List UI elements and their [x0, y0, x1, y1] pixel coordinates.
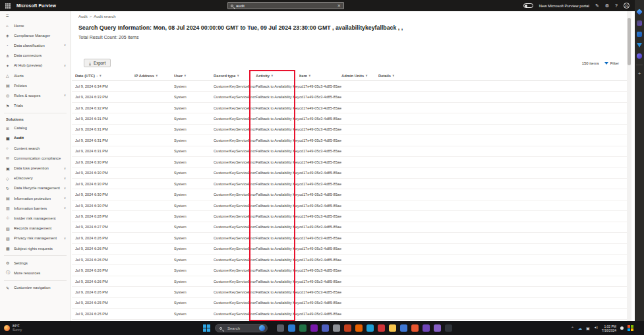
table-row[interactable]: Jul 9, 2024 6:34 PMSystemCustomerKeyServ…	[72, 81, 627, 92]
tray-chevron-icon[interactable]: ⌃	[571, 326, 574, 330]
table-row[interactable]: Jul 9, 2024 6:26 PMSystemCustomerKeyServ…	[72, 244, 627, 255]
sidebar-item-trials[interactable]: ⚑Trials	[0, 101, 71, 111]
volume-icon[interactable]: ◄)	[594, 326, 598, 330]
table-row[interactable]: Jul 9, 2024 6:31 PMSystemCustomerKeyServ…	[72, 146, 627, 157]
table-row[interactable]: Jul 9, 2024 6:31 PMSystemCustomerKeyServ…	[72, 135, 627, 146]
taskbar-search[interactable]: Search	[215, 324, 268, 332]
red-app-icon[interactable]	[378, 324, 385, 332]
account-avatar[interactable]: D	[624, 3, 629, 9]
page-scrollbar[interactable]	[627, 11, 631, 321]
column-header-ip[interactable]: IP Address∨	[134, 74, 174, 78]
powerpoint-icon[interactable]	[344, 324, 351, 332]
column-header-user[interactable]: User∨	[174, 74, 214, 78]
table-row[interactable]: Jul 9, 2024 6:27 PMSystemCustomerKeyServ…	[72, 222, 627, 233]
copilot-icon[interactable]	[636, 9, 643, 15]
sidebar-item-more-resources[interactable]: ⓘMore resources	[0, 268, 71, 278]
sidebar-item-records-management[interactable]: ▧Records management	[0, 224, 71, 233]
folder-icon[interactable]	[389, 324, 396, 332]
taskbar-clock[interactable]: 1:02 PM 7/16/2024	[602, 324, 616, 332]
table-row[interactable]: Jul 9, 2024 6:25 PMSystemCustomerKeyServ…	[72, 309, 627, 319]
table-row[interactable]: Jul 9, 2024 6:30 PMSystemCustomerKeyServ…	[72, 189, 627, 200]
table-row[interactable]: Jul 9, 2024 6:25 PMSystemCustomerKeyServ…	[72, 298, 627, 309]
visual-studio-icon[interactable]	[434, 324, 441, 332]
sidebar-item-catalog[interactable]: ⊞Catalog	[0, 123, 71, 133]
column-header-activity[interactable]: Activity∨	[256, 74, 299, 78]
sidebar-item-settings[interactable]: ⚙Settings	[0, 258, 71, 268]
export-button[interactable]: ↓ Export	[84, 59, 111, 67]
sidebar-item-data-classification[interactable]: ◔Data classification∨	[0, 40, 71, 50]
table-row[interactable]: Jul 9, 2024 6:31 PMSystemCustomerKeyServ…	[72, 125, 627, 135]
sidebar-item-information-protection[interactable]: ▤Information protection∨	[0, 193, 71, 203]
table-row[interactable]: Jul 9, 2024 6:30 PMSystemCustomerKeyServ…	[72, 179, 627, 189]
sidebar-item-communication-compliance[interactable]: ✉Communication compliance	[0, 153, 71, 163]
column-header-record_type[interactable]: Record type∨	[214, 74, 256, 78]
orange-ball-icon[interactable]	[411, 324, 419, 332]
breadcrumb-audit[interactable]: Audit	[78, 15, 88, 18]
sidebar-item-policies[interactable]: ▤Policies	[0, 80, 71, 90]
sidebar-item-ediscovery[interactable]: ◇eDiscovery∨	[0, 173, 71, 183]
search-value[interactable]: audit	[236, 4, 337, 8]
sidebar-item-alerts[interactable]: △Alerts	[0, 71, 71, 80]
sidebar-item-information-barriers[interactable]: ▥Information barriers∨	[0, 203, 71, 213]
table-row[interactable]: Jul 9, 2024 6:26 PMSystemCustomerKeyServ…	[72, 287, 627, 297]
table-row[interactable]: Jul 9, 2024 6:26 PMSystemCustomerKeyServ…	[72, 255, 627, 265]
gear-icon[interactable]: ⚙	[605, 3, 609, 8]
sidebar-item-home[interactable]: ⌂Home	[0, 20, 71, 30]
sidebar-item-roles-scopes[interactable]: ◎Roles & scopes∨	[0, 90, 71, 100]
table-row[interactable]: Jul 9, 2024 6:26 PMSystemCustomerKeyServ…	[72, 276, 627, 287]
column-header-details[interactable]: Details∨	[378, 74, 409, 78]
collapse-nav-icon[interactable]: ≡	[0, 11, 71, 20]
table-row[interactable]: Jul 9, 2024 6:30 PMSystemCustomerKeyServ…	[72, 168, 627, 179]
sidebar-item-data-connectors[interactable]: ⋔Data connectors	[0, 51, 71, 61]
task-view-icon[interactable]	[277, 324, 284, 332]
table-row[interactable]: Jul 9, 2024 6:28 PMSystemCustomerKeyServ…	[72, 211, 627, 222]
add-sidebar-app-icon[interactable]: +	[638, 71, 641, 76]
purple-app-icon[interactable]	[637, 53, 642, 59]
onedrive-icon[interactable]: ☁	[578, 326, 582, 330]
breadcrumb-audit-search[interactable]: Audit search	[94, 15, 115, 18]
security-icon[interactable]: ▣	[586, 326, 590, 330]
portal-toggle[interactable]	[523, 3, 533, 8]
start-button[interactable]	[203, 324, 210, 332]
feedback-icon[interactable]: ✎	[595, 3, 599, 8]
onenote-icon[interactable]	[310, 324, 318, 332]
table-row[interactable]: Jul 9, 2024 6:26 PMSystemCustomerKeyServ…	[72, 233, 627, 243]
sidebar-item-audit[interactable]: ▦Audit	[0, 133, 71, 143]
filter-button[interactable]: Filter	[604, 61, 619, 65]
people-icon[interactable]	[333, 324, 340, 332]
sidebar-item-data-loss-prevention[interactable]: ▣Data loss prevention∨	[0, 163, 71, 173]
terminal-icon[interactable]	[445, 324, 452, 332]
drop-app-icon[interactable]	[637, 43, 642, 47]
column-header-item[interactable]: Item∨	[299, 74, 341, 78]
app-launcher-icon[interactable]	[5, 3, 11, 9]
scrollbar-thumb[interactable]	[628, 18, 631, 65]
column-header-date[interactable]: Date (UTC)↓∨	[75, 74, 134, 78]
sidebar-item-ai-hub-preview[interactable]: ✦AI Hub (preview)∨	[0, 61, 71, 71]
firefox-icon[interactable]	[355, 324, 363, 332]
excel-icon[interactable]	[299, 324, 307, 332]
table-row[interactable]: Jul 9, 2024 6:26 PMSystemCustomerKeyServ…	[72, 265, 627, 276]
sidebar-item-privacy-risk-management[interactable]: ▨Privacy risk management∨	[0, 233, 71, 243]
sidebar-item-subject-rights-requests[interactable]: ▩Subject rights requests	[0, 243, 71, 253]
sidebar-item-compliance-manager[interactable]: ◈Compliance Manager	[0, 30, 71, 40]
word-icon[interactable]	[288, 324, 295, 332]
table-row[interactable]: Jul 9, 2024 6:33 PMSystemCustomerKeyServ…	[72, 92, 627, 102]
help-icon[interactable]: ?	[615, 3, 618, 8]
code-icon[interactable]	[400, 324, 407, 332]
weather-widget[interactable]: 84°F Sunny	[4, 324, 22, 332]
sidebar-item-content-search[interactable]: ○Content search	[0, 143, 71, 153]
sidebar-item-data-lifecycle-management[interactable]: ↻Data lifecycle management∨	[0, 183, 71, 193]
sidebar-item-insider-risk-management[interactable]: ☉Insider risk management	[0, 213, 71, 223]
edge-icon[interactable]	[366, 324, 374, 332]
loop-icon[interactable]	[423, 324, 430, 332]
table-row[interactable]: Jul 9, 2024 6:31 PMSystemCustomerKeyServ…	[72, 113, 627, 124]
table-row[interactable]: Jul 9, 2024 6:32 PMSystemCustomerKeyServ…	[72, 103, 627, 113]
notifications-bell-icon[interactable]	[620, 326, 624, 330]
teams-icon[interactable]	[322, 324, 329, 332]
column-header-admin_units[interactable]: Admin Units∨	[341, 74, 378, 78]
sidebar-item-customize-navigation[interactable]: ✎Customize navigation	[0, 283, 71, 293]
global-search-input[interactable]: audit ✕	[227, 2, 344, 9]
table-row[interactable]: Jul 9, 2024 6:30 PMSystemCustomerKeyServ…	[72, 200, 627, 211]
clear-search-icon[interactable]: ✕	[337, 3, 341, 9]
widgets-icon[interactable]	[628, 325, 633, 331]
